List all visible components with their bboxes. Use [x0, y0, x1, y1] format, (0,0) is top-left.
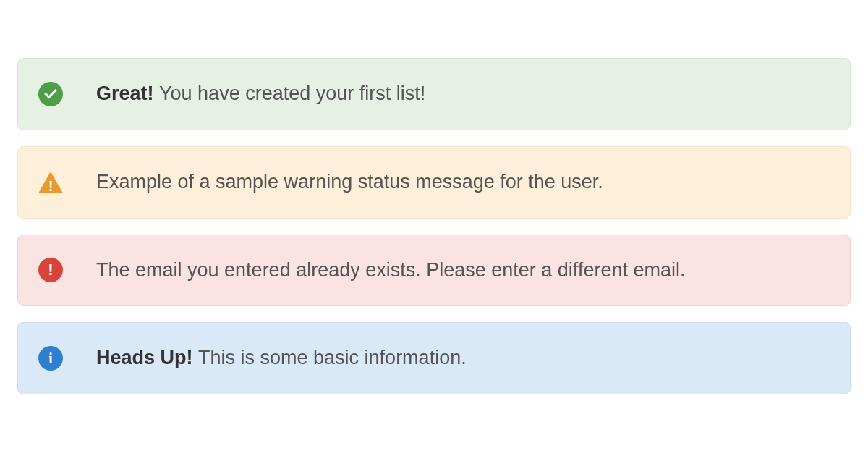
- alert-message: Example of a sample warning status messa…: [96, 169, 603, 196]
- error-circle-icon: !: [38, 258, 63, 282]
- alert-text: This is some basic information.: [198, 347, 467, 368]
- alert-text: Example of a sample warning status messa…: [96, 171, 603, 193]
- warning-triangle-icon: [38, 170, 63, 195]
- alert-container: Great! You have created your first list!…: [17, 58, 851, 394]
- alert-message: Great! You have created your first list!: [96, 80, 425, 108]
- alert-text: The email you entered already exists. Pl…: [96, 259, 685, 281]
- alert-info: i Heads Up! This is some basic informati…: [17, 322, 851, 394]
- check-circle-icon: [38, 82, 63, 106]
- alert-text: You have created your first list!: [159, 83, 425, 104]
- info-circle-icon: i: [38, 346, 63, 371]
- alert-success: Great! You have created your first list!: [17, 58, 851, 130]
- alert-title: Great!: [96, 83, 159, 104]
- alert-message: The email you entered already exists. Pl…: [96, 257, 685, 284]
- alert-title: Heads Up!: [96, 347, 198, 368]
- alert-error: ! The email you entered already exists. …: [17, 235, 851, 307]
- alert-message: Heads Up! This is some basic information…: [96, 345, 467, 372]
- alert-warning: Example of a sample warning status messa…: [17, 146, 851, 219]
